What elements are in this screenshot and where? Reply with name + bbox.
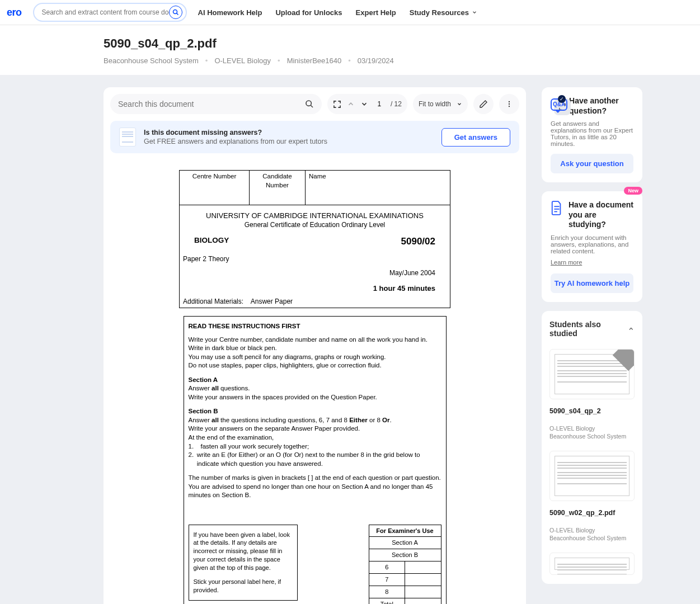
page-down-icon[interactable] xyxy=(360,100,368,108)
annotate-icon[interactable] xyxy=(473,94,494,114)
page-nav-group: / 12 xyxy=(327,94,407,114)
th-candidate: Candidate Number xyxy=(250,171,306,192)
svg-point-5 xyxy=(509,103,510,105)
document-viewer: / 12 Fit to width Is this document missi… xyxy=(104,87,526,604)
instr-line: At the end of the examination, xyxy=(189,434,274,441)
chevron-down-icon xyxy=(457,101,462,107)
also-item[interactable]: 5090_s04_qp_2 O-LEVEL Biology Beaconhous… xyxy=(549,349,635,440)
th-name: Name xyxy=(306,171,450,192)
banner-sub: Get FREE answers and explanations from o… xyxy=(144,138,327,145)
also-item-name: 5090_w02_qp_2.pdf xyxy=(549,509,635,517)
materials-value: Answer Paper xyxy=(251,298,293,305)
fullscreen-icon[interactable] xyxy=(333,100,341,108)
learn-more-link[interactable]: Learn more xyxy=(551,259,582,266)
section-b: Section B xyxy=(189,408,218,414)
also-item-course: O-LEVEL Biology xyxy=(549,425,635,432)
crumb-school[interactable]: Beaconhouse School System xyxy=(104,56,199,65)
document-icon xyxy=(119,128,136,147)
paper-line: Paper 2 Theory xyxy=(180,253,450,265)
ai-card-title: Have a document you are studying? xyxy=(569,200,633,230)
materials-label: Additional Materials: xyxy=(183,298,243,305)
th-centre: Centre Number xyxy=(180,171,250,192)
get-answers-button[interactable]: Get answers xyxy=(441,128,510,147)
page-up-icon[interactable] xyxy=(347,100,355,108)
nav-ai-homework[interactable]: AI Homework Help xyxy=(198,8,262,17)
also-item-school: Beaconhouse School System xyxy=(549,433,635,440)
instructions-box: READ THESE INSTRUCTIONS FIRST Write your… xyxy=(184,316,447,604)
qa-card-title: Have another question? xyxy=(569,96,633,116)
crumb-course[interactable]: O-LEVEL Biology xyxy=(214,56,271,65)
logo[interactable]: ero xyxy=(7,7,22,18)
also-item[interactable] xyxy=(549,553,635,575)
also-item-school: Beaconhouse School System xyxy=(549,535,635,541)
instr-line: Write your answers in the spaces provide… xyxy=(189,394,377,400)
search-icon[interactable] xyxy=(169,6,182,19)
try-ai-button[interactable]: Try AI homework help xyxy=(551,273,633,293)
instr-line: Write in dark blue or black pen. xyxy=(189,344,441,353)
doc-thumbnail xyxy=(549,451,635,501)
uni-line: UNIVERSITY OF CAMBRIDGE INTERNATIONAL EX… xyxy=(183,211,447,221)
missing-answers-banner: Is this document missing answers? Get FR… xyxy=(110,121,519,153)
qa-card-body: Get answers and explanations from our Ex… xyxy=(551,120,633,147)
more-icon[interactable] xyxy=(499,94,519,114)
qa-icon: Q&A ✓ xyxy=(551,96,563,112)
instr-line: You are advised to spend no longer than … xyxy=(189,483,441,500)
qa-card: Q&A ✓ Have another question? Get answers… xyxy=(542,87,642,182)
ask-question-button[interactable]: Ask your question xyxy=(551,154,633,173)
viewer-toolbar: / 12 Fit to width xyxy=(110,94,519,114)
nav-upload[interactable]: Upload for Unlocks xyxy=(275,8,342,17)
check-icon: ✓ xyxy=(558,95,566,103)
nav-study-resources[interactable]: Study Resources xyxy=(410,8,477,17)
also-item-course: O-LEVEL Biology xyxy=(549,527,635,534)
also-studied-card: Students also studied 5090_s04_qp_2 O-LE… xyxy=(542,311,642,584)
ai-card-body: Enrich your document with answers, expla… xyxy=(551,234,633,254)
fit-dropdown[interactable]: Fit to width xyxy=(413,94,468,114)
also-item[interactable]: 5090_w02_qp_2.pdf O-LEVEL Biology Beacon… xyxy=(549,451,635,541)
svg-point-4 xyxy=(509,101,510,102)
crumb-user[interactable]: MinisterBee1640 xyxy=(287,56,342,65)
paper-code: 5090/02 xyxy=(401,235,435,248)
ai-help-card: New Have a document you are studying? En… xyxy=(542,191,642,302)
search-icon[interactable] xyxy=(305,100,314,108)
chevron-up-icon[interactable] xyxy=(628,325,635,332)
also-title: Students also studied xyxy=(549,320,628,338)
instr-line: Do not use staples, paper clips, highlig… xyxy=(189,361,441,370)
svg-point-2 xyxy=(306,101,311,106)
nav-study-label: Study Resources xyxy=(410,8,469,17)
crumb-date: 03/19/2024 xyxy=(358,56,394,65)
page-current-input[interactable] xyxy=(374,100,385,108)
main-area: / 12 Fit to width Is this document missi… xyxy=(0,75,700,604)
doc-search-input[interactable] xyxy=(118,100,305,108)
label-box: If you have been given a label, look at … xyxy=(189,525,298,601)
doc-thumbnail xyxy=(549,553,635,575)
document-page: Centre Number Candidate Number Name UNIV… xyxy=(110,170,519,604)
global-search-input[interactable] xyxy=(42,8,169,16)
fit-label: Fit to width xyxy=(419,100,451,108)
section-a: Section A xyxy=(189,376,218,383)
chevron-down-icon xyxy=(472,10,477,15)
right-sidebar: Q&A ✓ Have another question? Get answers… xyxy=(542,87,642,584)
svg-line-1 xyxy=(176,13,178,15)
nav-links: AI Homework Help Upload for Unlocks Expe… xyxy=(198,8,478,17)
instr-line: Write your answers on the separate Answe… xyxy=(189,425,360,432)
breadcrumb: Beaconhouse School System• O-LEVEL Biolo… xyxy=(104,56,700,65)
instr-title: READ THESE INSTRUCTIONS FIRST xyxy=(189,323,300,329)
examiner-table: For Examiner's Use Section A Section B 6… xyxy=(369,525,441,604)
document-header: 5090_s04_qp_2.pdf Beaconhouse School Sys… xyxy=(0,25,700,75)
banner-title: Is this document missing answers? xyxy=(144,129,327,136)
exam-date: May/June 2004 xyxy=(389,268,450,277)
page-total: / 12 xyxy=(391,100,402,108)
nav-expert-help[interactable]: Expert Help xyxy=(356,8,396,17)
top-nav: ero AI Homework Help Upload for Unlocks … xyxy=(0,0,700,25)
svg-line-3 xyxy=(311,105,313,107)
gce-line: General Certificate of Education Ordinar… xyxy=(183,220,447,229)
global-search[interactable] xyxy=(33,3,187,22)
svg-point-0 xyxy=(173,10,177,14)
document-icon xyxy=(551,200,563,216)
duration: 1 hour 45 minutes xyxy=(373,284,450,294)
instr-line: The number of marks is given in brackets… xyxy=(189,474,441,483)
doc-search[interactable] xyxy=(110,94,322,114)
instr-line: Write your Centre number, candidate numb… xyxy=(189,336,441,345)
page-title: 5090_s04_qp_2.pdf xyxy=(104,36,700,51)
doc-thumbnail xyxy=(549,349,635,399)
